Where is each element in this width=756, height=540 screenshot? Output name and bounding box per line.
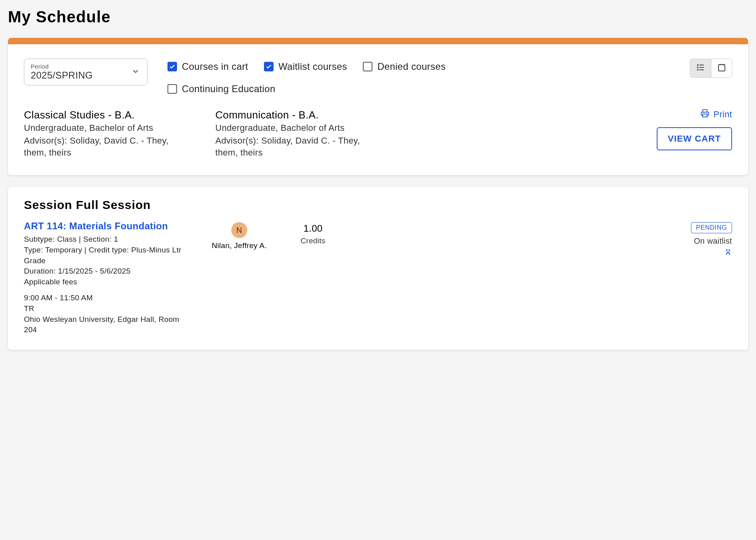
print-label: Print <box>713 109 732 120</box>
period-label: Period <box>31 63 141 70</box>
course-title-link[interactable]: ART 114: Materials Foundation <box>24 221 191 232</box>
checkbox-label: Denied courses <box>377 61 445 72</box>
credits-value: 1.00 <box>303 223 323 234</box>
instructor-column: N Nilan, Jeffrey A. <box>207 221 271 335</box>
checkbox-icon <box>264 62 274 71</box>
program-subtitle: Undergraduate, Bachelor of Arts <box>24 123 191 133</box>
program-advisor: Advisor(s): Soliday, David C. - They, th… <box>24 135 191 158</box>
checkbox-continuing-education[interactable]: Continuing Education <box>167 83 670 95</box>
view-cart-button[interactable]: VIEW CART <box>657 127 732 150</box>
printer-icon <box>701 109 709 120</box>
program-title: Communication - B.A. <box>215 109 383 121</box>
checkbox-icon <box>167 84 177 94</box>
instructor-avatar: N <box>231 222 247 238</box>
svg-point-3 <box>697 65 698 65</box>
status-badge: PENDING <box>691 222 732 233</box>
svg-point-4 <box>697 67 698 68</box>
status-text: On waitlist <box>694 236 732 246</box>
course-row: ART 114: Materials Foundation Subtype: C… <box>24 221 732 335</box>
hourglass-icon <box>724 249 732 258</box>
checkbox-waitlist-courses[interactable]: Waitlist courses <box>264 61 347 72</box>
credits-column: 1.00 Credits <box>287 221 339 335</box>
svg-rect-6 <box>719 65 725 71</box>
calendar-view-button[interactable] <box>711 59 732 77</box>
checkbox-icon <box>363 62 372 71</box>
page-title: My Schedule <box>8 8 748 26</box>
checkbox-courses-in-cart[interactable]: Courses in cart <box>167 61 248 72</box>
instructor-name: Nilan, Jeffrey A. <box>212 241 267 250</box>
course-duration: Duration: 1/15/2025 - 5/6/2025 <box>24 266 191 277</box>
checkbox-label: Waitlist courses <box>278 61 347 72</box>
chevron-down-icon <box>131 67 140 77</box>
period-select[interactable]: Period 2025/SPRING <box>24 59 148 85</box>
checkbox-denied-courses[interactable]: Denied courses <box>363 61 445 72</box>
period-value: 2025/SPRING <box>31 70 141 81</box>
calendar-icon <box>717 63 726 74</box>
checkbox-label: Continuing Education <box>182 83 276 95</box>
course-location: Ohio Wesleyan University, Edgar Hall, Ro… <box>24 314 191 335</box>
program-advisor: Advisor(s): Soliday, David C. - They, th… <box>215 135 383 158</box>
checkbox-icon <box>167 62 177 71</box>
session-title: Session Full Session <box>24 198 732 212</box>
print-link[interactable]: Print <box>701 109 732 120</box>
svg-point-5 <box>697 69 698 70</box>
card-accent-bar <box>8 38 748 44</box>
view-toggle <box>690 59 732 78</box>
checkbox-label: Courses in cart <box>182 61 248 72</box>
list-view-button[interactable] <box>690 59 711 77</box>
course-fees-link[interactable]: Applicable fees <box>24 277 191 288</box>
session-card: Session Full Session ART 114: Materials … <box>8 187 748 349</box>
program-title: Classical Studies - B.A. <box>24 109 191 121</box>
list-icon <box>696 63 705 74</box>
program-block: Classical Studies - B.A. Undergraduate, … <box>24 109 191 158</box>
filters-card: Period 2025/SPRING Courses in cart <box>8 38 748 175</box>
svg-rect-9 <box>703 114 707 117</box>
course-days: TR <box>24 304 191 314</box>
course-time: 9:00 AM - 11:50 AM <box>24 293 191 304</box>
program-subtitle: Undergraduate, Bachelor of Arts <box>215 123 383 133</box>
status-column: PENDING On waitlist <box>691 221 732 335</box>
credits-label: Credits <box>301 236 325 245</box>
course-subtype-section: Subtype: Class | Section: 1 <box>24 234 191 245</box>
course-type-credit: Type: Temporary | Credit type: Plus-Minu… <box>24 245 191 266</box>
program-block: Communication - B.A. Undergraduate, Bach… <box>215 109 383 158</box>
filter-checkboxes: Courses in cart Waitlist courses Denied … <box>167 59 670 95</box>
